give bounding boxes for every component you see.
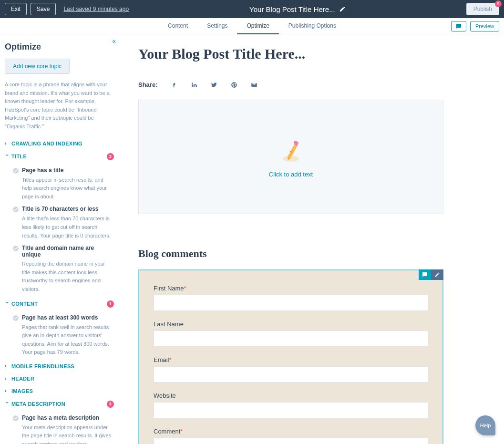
- comment-button[interactable]: [451, 21, 466, 31]
- publish-badge: 5: [495, 0, 502, 7]
- section-content[interactable]: › CONTENT 1: [5, 299, 114, 310]
- first-name-label: First Name*: [154, 285, 428, 292]
- email-icon[interactable]: [251, 82, 257, 88]
- optimize-item: Page has a title Titles appear in search…: [12, 167, 114, 201]
- section-images[interactable]: › IMAGES: [5, 386, 114, 396]
- email-label: Email*: [154, 356, 428, 363]
- section-mobile[interactable]: › MOBILE FRIENDLINESS: [5, 361, 114, 371]
- website-input[interactable]: [154, 402, 428, 418]
- click-to-add-text[interactable]: Click to add text: [269, 171, 313, 178]
- comment-label: Comment*: [154, 428, 428, 435]
- section-crawling[interactable]: › CRAWLING AND INDEXING: [5, 139, 114, 148]
- edit-title-icon[interactable]: [339, 6, 346, 12]
- share-row: Share:: [138, 81, 443, 88]
- comment-icon: [455, 23, 462, 29]
- check-circle-icon: [12, 206, 19, 213]
- last-name-label: Last Name: [154, 320, 428, 328]
- share-label: Share:: [138, 81, 157, 88]
- optimize-item: Page has a meta description Your meta de…: [12, 414, 114, 444]
- chevron-down-icon: ›: [5, 301, 10, 306]
- optimize-item: Title and domain name are unique Repeati…: [12, 245, 114, 293]
- email-input[interactable]: [154, 366, 428, 382]
- comment-textarea[interactable]: [154, 438, 428, 444]
- check-circle-icon: [12, 315, 19, 321]
- optimize-item: Page has at least 300 words Pages that r…: [12, 314, 114, 357]
- page-title: Your Blog Post Title Here...: [249, 5, 335, 13]
- section-badge: 1: [107, 300, 114, 308]
- tab-optimize[interactable]: Optimize: [237, 18, 278, 34]
- collapse-sidebar-icon[interactable]: «: [112, 37, 116, 45]
- section-badge: 3: [107, 153, 114, 160]
- chevron-right-icon: ›: [5, 376, 10, 381]
- form-edit-button[interactable]: [431, 269, 443, 280]
- chevron-right-icon: ›: [5, 141, 10, 146]
- editor-box[interactable]: Click to add text: [138, 100, 443, 214]
- save-button[interactable]: Save: [31, 3, 56, 15]
- form-comment-button[interactable]: [419, 269, 431, 280]
- tab-bar: Content Settings Optimize Publishing Opt…: [0, 18, 504, 34]
- twitter-icon[interactable]: [211, 82, 217, 88]
- comment-form: First Name* Last Name Email* Website Com…: [138, 269, 443, 444]
- post-title[interactable]: Your Blog Post Title Here...: [138, 46, 443, 62]
- core-topic-description: A core topic is a phrase that aligns wit…: [5, 81, 114, 131]
- section-badge: 3: [107, 401, 114, 408]
- content-area: Your Blog Post Title Here... Share: Clic…: [119, 34, 504, 444]
- section-title[interactable]: › TITLE 3: [5, 151, 114, 162]
- optimize-item: Title is 70 characters or less A title t…: [12, 206, 114, 240]
- help-button[interactable]: Help: [475, 415, 495, 435]
- add-core-topic-button[interactable]: Add new core topic: [5, 59, 70, 74]
- chevron-down-icon: ›: [5, 154, 10, 159]
- check-circle-icon: [12, 245, 19, 252]
- section-header[interactable]: › HEADER: [5, 374, 114, 383]
- preview-button[interactable]: Preview: [470, 21, 499, 31]
- publish-button[interactable]: Publish 5: [466, 3, 499, 15]
- section-meta[interactable]: › META DESCRIPTION 3: [5, 399, 114, 410]
- chevron-down-icon: ›: [5, 402, 10, 406]
- check-circle-icon: [12, 415, 19, 422]
- comment-icon: [422, 272, 428, 278]
- exit-button[interactable]: Exit: [5, 3, 27, 15]
- check-circle-icon: [12, 167, 19, 174]
- pencil-icon: [434, 272, 440, 278]
- comments-heading: Blog comments: [138, 248, 443, 260]
- chevron-right-icon: ›: [5, 363, 10, 369]
- facebook-icon[interactable]: [171, 82, 177, 88]
- website-label: Website: [154, 392, 428, 399]
- tab-publishing[interactable]: Publishing Options: [279, 18, 346, 34]
- tab-settings[interactable]: Settings: [197, 18, 237, 34]
- sidebar: « Optimize Add new core topic A core top…: [0, 34, 119, 444]
- last-saved-link[interactable]: Last saved 9 minutes ago: [63, 6, 129, 12]
- pencil-illustration-icon: [277, 136, 305, 165]
- first-name-input[interactable]: [154, 295, 428, 311]
- last-name-input[interactable]: [154, 330, 428, 347]
- top-bar: Exit Save Last saved 9 minutes ago Your …: [0, 0, 504, 18]
- linkedin-icon[interactable]: [191, 82, 197, 88]
- chevron-right-icon: ›: [5, 388, 10, 393]
- pinterest-icon[interactable]: [231, 82, 237, 88]
- tab-content[interactable]: Content: [158, 18, 197, 34]
- sidebar-heading: Optimize: [5, 42, 114, 52]
